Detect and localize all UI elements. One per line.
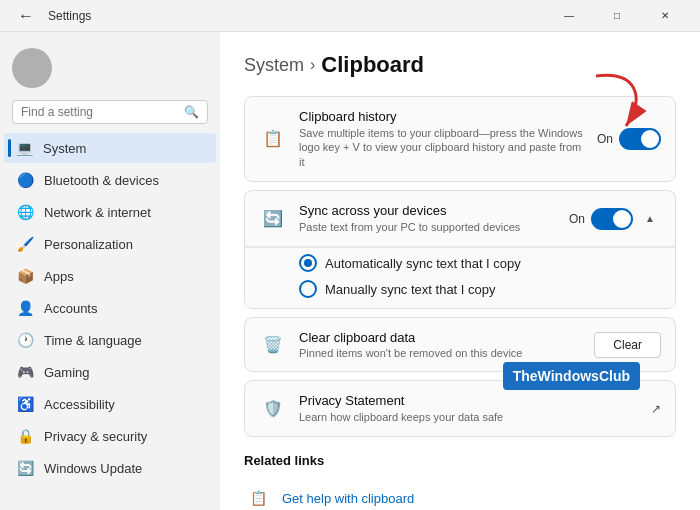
sidebar-item-apps[interactable]: 📦 Apps bbox=[4, 261, 216, 291]
sidebar-item-update[interactable]: 🔄 Windows Update bbox=[4, 453, 216, 483]
sync-devices-control: On ▲ bbox=[569, 208, 661, 230]
close-button[interactable]: ✕ bbox=[642, 0, 688, 32]
sidebar-item-label: Time & language bbox=[44, 333, 142, 348]
clipboard-history-title: Clipboard history bbox=[299, 109, 585, 124]
sidebar-item-label: Accessibility bbox=[44, 397, 115, 412]
clipboard-history-desc: Save multiple items to your clipboard—pr… bbox=[299, 126, 585, 169]
clear-clipboard-desc: Pinned items won't be removed on this de… bbox=[299, 347, 582, 359]
sync-auto-radio[interactable] bbox=[299, 254, 317, 272]
apps-icon: 📦 bbox=[16, 267, 34, 285]
get-help-icon: 📋 bbox=[244, 484, 272, 510]
sidebar-item-privacy[interactable]: 🔒 Privacy & security bbox=[4, 421, 216, 451]
search-box[interactable]: 🔍 bbox=[12, 100, 208, 124]
sidebar-item-label: Bluetooth & devices bbox=[44, 173, 159, 188]
sidebar-item-network[interactable]: 🌐 Network & internet bbox=[4, 197, 216, 227]
content-area: System › Clipboard 📋 Clipboard history bbox=[220, 32, 700, 510]
toggle-knob bbox=[613, 210, 631, 228]
sidebar-item-label: Apps bbox=[44, 269, 74, 284]
privacy-icon: 🔒 bbox=[16, 427, 34, 445]
sync-manual-label: Manually sync text that I copy bbox=[325, 282, 496, 297]
sync-auto-label: Automatically sync text that I copy bbox=[325, 256, 521, 271]
sidebar-item-label: Windows Update bbox=[44, 461, 142, 476]
gaming-icon: 🎮 bbox=[16, 363, 34, 381]
sidebar-item-label: Accounts bbox=[44, 301, 97, 316]
sync-devices-title: Sync across your devices bbox=[299, 203, 557, 218]
clipboard-history-control: On bbox=[597, 128, 661, 150]
sidebar-item-time[interactable]: 🕐 Time & language bbox=[4, 325, 216, 355]
related-links-title: Related links bbox=[244, 453, 676, 468]
back-button[interactable]: ← bbox=[12, 2, 40, 30]
sync-expand-chevron[interactable]: ▲ bbox=[639, 208, 661, 230]
network-icon: 🌐 bbox=[16, 203, 34, 221]
sidebar-item-personalization[interactable]: 🖌️ Personalization bbox=[4, 229, 216, 259]
clipboard-history-toggle-label: On bbox=[597, 132, 613, 146]
search-input[interactable] bbox=[21, 105, 178, 119]
accessibility-icon: ♿ bbox=[16, 395, 34, 413]
sidebar-item-label: Network & internet bbox=[44, 205, 151, 220]
sidebar-item-label: System bbox=[43, 141, 86, 156]
active-indicator bbox=[8, 139, 11, 157]
privacy-statement-text: Privacy Statement Learn how clipboard ke… bbox=[299, 393, 639, 424]
profile-area bbox=[0, 40, 220, 100]
personalization-icon: 🖌️ bbox=[16, 235, 34, 253]
toggle-knob bbox=[641, 130, 659, 148]
clear-clipboard-title: Clear clipboard data bbox=[299, 330, 582, 345]
sidebar-item-gaming[interactable]: 🎮 Gaming bbox=[4, 357, 216, 387]
clear-clipboard-section: 🗑️ Clear clipboard data Pinned items won… bbox=[244, 317, 676, 372]
sync-sub-options: Automatically sync text that I copy Manu… bbox=[245, 247, 675, 308]
sync-toggle-label: On bbox=[569, 212, 585, 226]
clipboard-history-toggle[interactable] bbox=[619, 128, 661, 150]
breadcrumb-current: Clipboard bbox=[321, 52, 424, 78]
titlebar: ← Settings — □ ✕ bbox=[0, 0, 700, 32]
sync-auto-option[interactable]: Automatically sync text that I copy bbox=[299, 254, 661, 272]
time-icon: 🕐 bbox=[16, 331, 34, 349]
sync-devices-row: 🔄 Sync across your devices Paste text fr… bbox=[245, 191, 675, 247]
titlebar-title: Settings bbox=[48, 9, 91, 23]
avatar bbox=[12, 48, 52, 88]
get-help-label: Get help with clipboard bbox=[282, 491, 414, 506]
sidebar-item-accounts[interactable]: 👤 Accounts bbox=[4, 293, 216, 323]
sidebar-item-label: Privacy & security bbox=[44, 429, 147, 444]
minimize-button[interactable]: — bbox=[546, 0, 592, 32]
external-link-icon: ↗ bbox=[651, 402, 661, 416]
update-icon: 🔄 bbox=[16, 459, 34, 477]
get-help-link[interactable]: 📋 Get help with clipboard bbox=[244, 476, 676, 510]
sync-toggle[interactable] bbox=[591, 208, 633, 230]
clipboard-history-card: 📋 Clipboard history Save multiple items … bbox=[244, 96, 676, 182]
sidebar-item-label: Personalization bbox=[44, 237, 133, 252]
sidebar: 🔍 💻 System 🔵 Bluetooth & devices 🌐 Netwo… bbox=[0, 32, 220, 510]
clipboard-history-icon: 📋 bbox=[259, 125, 287, 153]
search-icon: 🔍 bbox=[184, 105, 199, 119]
window-controls: — □ ✕ bbox=[546, 0, 688, 32]
clear-clipboard-text: Clear clipboard data Pinned items won't … bbox=[299, 330, 582, 359]
privacy-statement-title: Privacy Statement bbox=[299, 393, 639, 408]
privacy-statement-icon: 🛡️ bbox=[259, 395, 287, 423]
clear-clipboard-icon: 🗑️ bbox=[259, 331, 287, 359]
sidebar-item-bluetooth[interactable]: 🔵 Bluetooth & devices bbox=[4, 165, 216, 195]
sync-devices-icon: 🔄 bbox=[259, 205, 287, 233]
breadcrumb-parent: System bbox=[244, 55, 304, 76]
maximize-button[interactable]: □ bbox=[594, 0, 640, 32]
sidebar-item-label: Gaming bbox=[44, 365, 90, 380]
clipboard-history-text: Clipboard history Save multiple items to… bbox=[299, 109, 585, 169]
accounts-icon: 👤 bbox=[16, 299, 34, 317]
sync-devices-text: Sync across your devices Paste text from… bbox=[299, 203, 557, 234]
sidebar-item-system[interactable]: 💻 System bbox=[4, 133, 216, 163]
bluetooth-icon: 🔵 bbox=[16, 171, 34, 189]
sync-manual-option[interactable]: Manually sync text that I copy bbox=[299, 280, 661, 298]
privacy-statement-desc: Learn how clipboard keeps your data safe bbox=[299, 410, 639, 424]
clear-button[interactable]: Clear bbox=[594, 332, 661, 358]
privacy-statement-row[interactable]: 🛡️ Privacy Statement Learn how clipboard… bbox=[244, 380, 676, 437]
sync-manual-radio[interactable] bbox=[299, 280, 317, 298]
breadcrumb: System › Clipboard bbox=[244, 52, 676, 78]
system-icon: 💻 bbox=[15, 139, 33, 157]
clipboard-history-row: 📋 Clipboard history Save multiple items … bbox=[245, 97, 675, 181]
sync-devices-card: 🔄 Sync across your devices Paste text fr… bbox=[244, 190, 676, 309]
sync-devices-desc: Paste text from your PC to supported dev… bbox=[299, 220, 557, 234]
sidebar-item-accessibility[interactable]: ♿ Accessibility bbox=[4, 389, 216, 419]
breadcrumb-separator: › bbox=[310, 56, 315, 74]
